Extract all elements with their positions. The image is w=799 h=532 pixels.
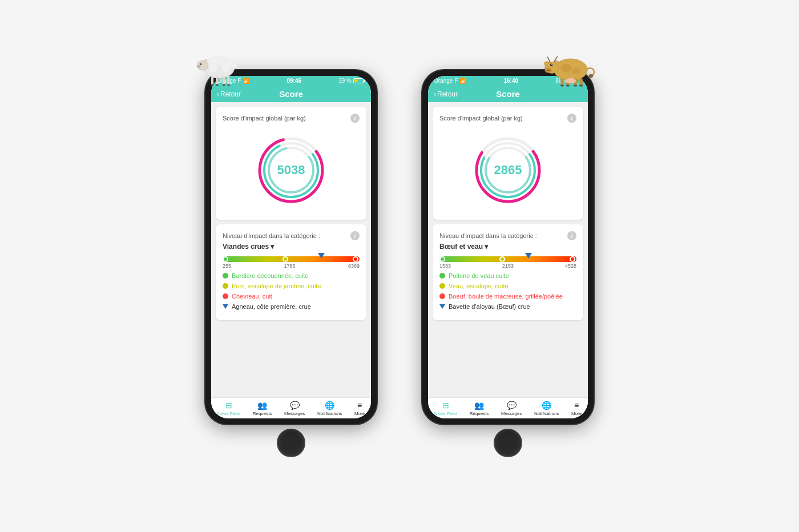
svg-point-48 [589,74,594,78]
info-icon-2[interactable]: i [567,114,576,123]
dot-red-1-2 [223,293,228,299]
svg-rect-14 [211,76,213,85]
tab-messages-2[interactable]: 💬 Messages [501,401,522,416]
time-2: 16:40 [503,78,518,84]
legend-item-1-2: Chevreau, cuit [223,293,360,300]
dot-red-2-2 [439,293,445,299]
gauge-container-2: 2865 [439,127,576,213]
svg-point-9 [201,63,201,64]
time-1: 09:46 [286,78,301,84]
legend-item-1-1: Porc, escalope de jambon, cuite [223,283,360,289]
back-chevron-1: ‹ [217,90,219,98]
score-card-2: Score d'impact global (par kg) i [433,107,583,220]
tab-more-2[interactable]: ≡ More [571,401,582,416]
svg-point-37 [551,64,552,65]
svg-point-22 [232,64,237,68]
svg-rect-44 [560,84,563,86]
svg-point-30 [561,64,571,72]
tab-bar-1: ⊟ News Feed 👥 Requests 💬 Messages 🌐 Noti… [211,397,371,418]
tab-notifications-1[interactable]: 🌐 Notifications [317,401,342,416]
gauge-value-1: 5038 [277,163,305,178]
svg-rect-18 [211,84,213,86]
legend-item-2-2: Boeuf, boule de macreuse, grillée/poêlée [439,293,576,300]
legend-item-1-3: Agneau, côte première, crue [223,303,360,310]
bar-dot-yellow-2 [499,256,505,262]
nav-bar-1: ‹ Retour Score [211,86,371,102]
bar-dot-green-1 [223,256,228,262]
svg-rect-45 [566,84,569,86]
bar-dot-yellow-1 [283,256,288,262]
tab-messages-icon-1: 💬 [290,401,300,410]
triangle-2-3 [439,304,445,309]
back-button-2[interactable]: ‹ Retour [434,90,458,98]
score-card-1: Score d'impact global (par kg) i [216,107,366,220]
gradient-bar-2 [439,256,576,262]
content-1: Score d'impact global (par kg) i [211,102,371,397]
svg-rect-46 [574,84,576,86]
bar-labels-1: 255 1785 6369 [223,263,360,269]
gauge-value-2: 2865 [494,163,522,178]
svg-point-36 [550,63,553,66]
bar-dot-red-1 [353,256,358,262]
gauge-1: 5038 [254,133,328,207]
tab-more-1[interactable]: ≡ More [354,401,365,416]
legend-item-2-0: Poitrine de veau cuite [439,272,576,279]
sheep-image [188,39,245,87]
nav-title-1: Score [279,89,303,99]
tab-messages-icon-2: 💬 [507,401,516,410]
tab-more-icon-1: ≡ [357,401,362,410]
phone-2: Orange F 📶 16:40 86 % ‹ [422,70,594,462]
back-button-1[interactable]: ‹ Retour [217,90,241,98]
impact-info-1[interactable]: i [350,231,360,240]
svg-point-49 [566,78,576,83]
svg-point-8 [200,63,201,65]
dropdown-chevron-1: ▾ [271,243,274,251]
tab-messages-1[interactable]: 💬 Messages [284,401,305,416]
impact-info-2[interactable]: i [567,231,576,240]
impact-section-2: Niveau d'impact dans la catégorie : i Bœ… [433,224,583,320]
tab-requests-icon-2: 👥 [474,401,484,410]
back-chevron-2: ‹ [434,90,436,98]
dot-yellow-1-1 [223,283,228,289]
tab-newsfeed-2[interactable]: ⊟ News Feed [434,401,457,416]
bar-dot-green-2 [439,256,445,262]
tab-newsfeed-1[interactable]: ⊟ News Feed [217,401,240,416]
gauge-2: 2865 [471,133,545,207]
tab-notifications-icon-1: 🌐 [325,401,334,410]
status-right-1: 39 % [338,78,365,84]
impact-label-2: Niveau d'impact dans la catégorie : i [439,231,576,240]
svg-rect-17 [227,76,229,85]
content-2: Score d'impact global (par kg) i [428,102,588,397]
wifi-icon-2: 📶 [459,78,466,84]
svg-point-35 [548,69,550,71]
info-icon-1[interactable]: i [350,114,360,123]
svg-rect-43 [579,79,582,86]
nav-bar-2: ‹ Retour Score [428,86,588,102]
color-bar-2: 1533 2153 4528 [439,256,576,269]
category-dropdown-2[interactable]: Bœuf et veau ▾ [439,243,576,251]
svg-rect-21 [227,84,229,86]
svg-rect-15 [216,76,218,85]
phone-2-body: Orange F 📶 16:40 86 % ‹ [422,70,594,424]
dot-yellow-2-1 [439,283,445,289]
battery-icon-1 [353,78,365,83]
category-dropdown-1[interactable]: Viandes crues ▾ [223,243,360,251]
cow-image [542,42,599,87]
triangle-1-3 [223,304,228,309]
bar-dot-red-2 [570,256,575,262]
dropdown-chevron-2: ▾ [485,243,488,251]
tab-requests-2[interactable]: 👥 Requests [470,401,489,416]
svg-rect-16 [223,76,225,85]
phone-home-button-1[interactable] [277,429,305,457]
svg-rect-40 [560,79,563,86]
battery-pct-1: 39 % [338,78,352,84]
phone-home-button-2[interactable] [494,429,522,457]
tab-newsfeed-icon-2: ⊟ [442,401,449,410]
tab-notifications-2[interactable]: 🌐 Notifications [534,401,559,416]
svg-point-34 [547,69,548,71]
legend-item-2-3: Bavette d'aloyau (Bœuf) crue [439,303,576,310]
tab-requests-1[interactable]: 👥 Requests [253,401,272,416]
svg-rect-20 [223,84,225,86]
svg-point-6 [208,63,218,73]
svg-rect-19 [216,84,218,86]
